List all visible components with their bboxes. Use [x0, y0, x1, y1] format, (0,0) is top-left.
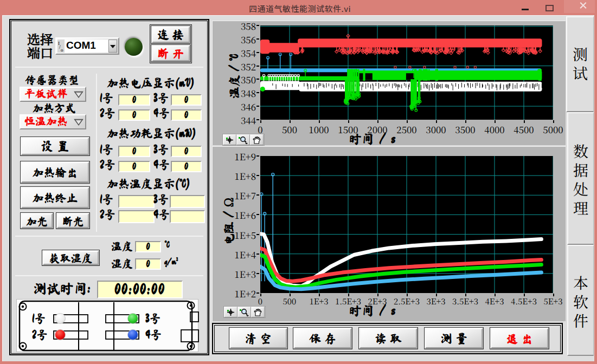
- svg-text:o: o: [61, 47, 63, 53]
- svg-text:4号: 4号: [145, 329, 162, 341]
- svg-text:1号: 1号: [32, 313, 46, 324]
- svg-text:3号: 3号: [145, 313, 161, 324]
- svg-text:2号: 2号: [32, 329, 48, 341]
